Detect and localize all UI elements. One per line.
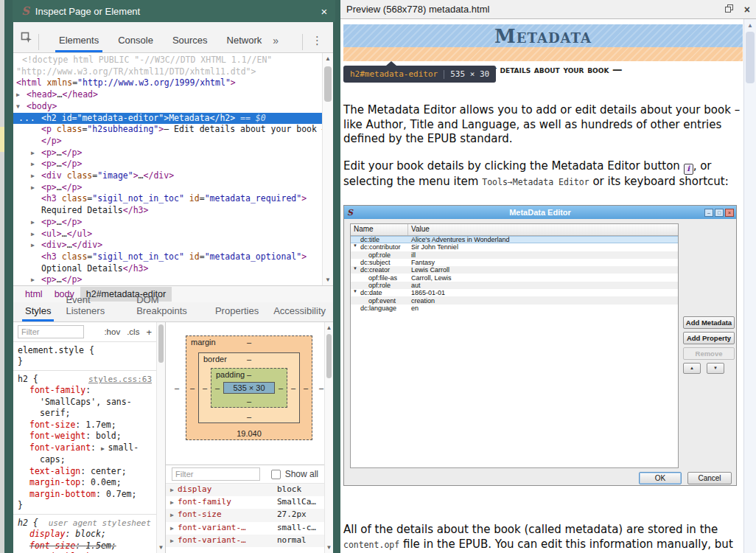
style-rule[interactable]: element.style {} xyxy=(13,342,156,371)
maximize-icon[interactable]: □ xyxy=(715,209,724,217)
disclosure-right-icon[interactable]: ▶ xyxy=(31,170,40,182)
styles-scrollbar[interactable]: ▼ xyxy=(156,322,165,553)
computed-property[interactable]: ▶font-variant-…small-c… xyxy=(166,522,324,535)
metadata-row[interactable]: opf:roleaut xyxy=(351,282,678,289)
scroll-down-icon[interactable]: ▼ xyxy=(325,544,333,551)
close-icon[interactable]: × xyxy=(725,209,734,217)
hov-toggle[interactable]: :hov xyxy=(104,327,120,336)
tab-dom-breakpoints[interactable]: DOM Breakpoints xyxy=(129,294,208,321)
disclosure-down-icon[interactable]: ▼ xyxy=(353,289,357,293)
remove-button[interactable]: Remove xyxy=(683,347,735,360)
close-icon[interactable]: × xyxy=(744,4,750,15)
disclosure-down-icon[interactable]: ▼ xyxy=(353,243,357,248)
dom-tree-line[interactable]: "http://www.w3.org/TR/xhtml11/DTD/xhtml1… xyxy=(13,66,322,78)
tab-elements[interactable]: Elements xyxy=(49,35,108,52)
dom-tree-line[interactable]: ▶<head>…</head> xyxy=(13,89,322,101)
disclosure-right-icon[interactable]: ▶ xyxy=(170,522,178,535)
computed-property[interactable]: ▶font-variant-…normal xyxy=(166,535,324,547)
dom-tree-line[interactable]: ▶<p>…</p> xyxy=(13,182,322,194)
disclosure-right-icon[interactable]: ▶ xyxy=(31,229,40,240)
dom-tree-line[interactable]: Optional Details</h3> xyxy=(13,263,322,275)
scrollbar-thumb[interactable] xyxy=(326,334,332,378)
metadata-row[interactable]: dc:subjectFantasy xyxy=(351,259,678,266)
disclosure-right-icon[interactable]: ▶ xyxy=(16,89,25,101)
dom-tree-line[interactable]: <html xmlns="http://www.w3.org/1999/xhtm… xyxy=(13,77,322,89)
css-property[interactable]: display: block; xyxy=(18,529,152,540)
css-property[interactable]: font-family: 'SmallCaps', sans-serif; xyxy=(18,385,152,420)
style-rule[interactable]: h2 {user agent stylesheetdisplay: block;… xyxy=(13,515,156,553)
dom-tree-line[interactable]: <h3 class="sigil_not_in_toc" id="metadat… xyxy=(13,251,322,263)
disclosure-right-icon[interactable]: ▶ xyxy=(31,274,40,285)
dom-tree-line[interactable]: ▶<ul>…</ul> xyxy=(13,229,322,240)
disclosure-right-icon[interactable]: ▶ xyxy=(31,159,40,170)
new-rule-icon[interactable]: + xyxy=(146,327,152,338)
disclosure-right-icon[interactable]: ▶ xyxy=(31,147,40,159)
node-menu-dots[interactable]: ... xyxy=(18,113,36,125)
scroll-up-icon[interactable]: ▲ xyxy=(744,22,756,29)
move-up-button[interactable]: ▲ xyxy=(683,363,701,374)
dom-tree-line[interactable]: <h3 class="sigil_not_in_toc" id="metadat… xyxy=(13,193,322,205)
metadata-row[interactable]: dc:titleAlice's Adventures in Wonderland xyxy=(351,236,678,243)
css-property[interactable]: font-size: 1.7em; xyxy=(18,420,152,431)
scroll-up-icon[interactable]: ▲ xyxy=(323,55,333,62)
style-rule[interactable]: h2 {styles.css:63font-family: 'SmallCaps… xyxy=(13,371,156,515)
dom-tree-line[interactable]: ▶<p>…</p> xyxy=(13,274,322,285)
metadata-row[interactable]: opf:file-asCarroll, Lewis xyxy=(351,274,678,281)
css-property[interactable]: text-align: center; xyxy=(18,466,152,478)
move-down-button[interactable]: ▼ xyxy=(707,363,724,374)
column-header-value[interactable]: Value xyxy=(408,224,678,235)
box-model-diagram[interactable]: margin – – – 19.040 – – border – – – – p… xyxy=(186,335,312,440)
tab-properties[interactable]: Properties xyxy=(208,305,266,321)
dom-tree-line[interactable]: ▶<p>…</p> xyxy=(13,217,322,229)
metadata-row[interactable]: ▼dc:date1865-01-01 xyxy=(351,289,678,296)
tab-console[interactable]: Console xyxy=(108,35,163,52)
dom-tree-line[interactable]: ▶<p>…</p> xyxy=(13,147,322,159)
scrollbar-thumb[interactable] xyxy=(158,324,164,363)
disclosure-right-icon[interactable]: ▶ xyxy=(31,182,40,194)
scrollbar-thumb[interactable] xyxy=(746,32,755,83)
cls-toggle[interactable]: .cls xyxy=(127,327,139,336)
show-all-checkbox[interactable] xyxy=(271,470,281,479)
breadcrumb-item[interactable]: html xyxy=(19,287,49,302)
dom-tree-line[interactable]: ▶<div class="image">…</div> xyxy=(13,170,322,182)
computed-property[interactable]: ▶font-size27.2px xyxy=(166,509,324,521)
metadata-row[interactable]: dc:languageen xyxy=(351,305,678,312)
metadata-row[interactable]: opf:roleill xyxy=(351,251,678,259)
css-property[interactable]: margin-top: 0.0em; xyxy=(18,477,152,489)
float-dock-icon[interactable] xyxy=(724,4,734,15)
computed-property[interactable]: ▶font-familySmallCa… xyxy=(166,496,324,509)
dom-tree-line[interactable]: ▶<div>…</div> xyxy=(13,240,322,251)
scroll-down-icon[interactable]: ▼ xyxy=(157,544,165,551)
dom-tree-line[interactable]: </p> xyxy=(13,136,322,147)
scroll-down-icon[interactable]: ▼ xyxy=(323,276,333,283)
ok-button[interactable]: OK xyxy=(639,472,682,484)
dom-tree-line[interactable]: ▼<body> xyxy=(13,101,322,113)
scrollbar-thumb[interactable] xyxy=(324,66,332,102)
column-header-name[interactable]: Name xyxy=(351,224,408,235)
computed-scrollbar[interactable]: ▲ ▼ xyxy=(324,322,333,553)
metadata-row[interactable]: ▼dc:creatorLewis Carroll xyxy=(351,266,678,274)
disclosure-right-icon[interactable]: ▶ xyxy=(101,445,108,452)
stylesheet-link[interactable]: styles.css:63 xyxy=(88,374,152,385)
css-property[interactable]: margin-bottom: 0.7em; xyxy=(18,489,152,501)
tab-sources[interactable]: Sources xyxy=(163,35,217,52)
dom-tree-line[interactable]: <!doctype html PUBLIC "-//W3C//DTD XHTML… xyxy=(13,55,322,66)
tab-styles[interactable]: Styles xyxy=(18,305,58,321)
dom-tree-line[interactable]: ...<h2 id="metadata-editor">Metadata</h2… xyxy=(13,113,322,125)
more-tabs-icon[interactable]: » xyxy=(271,35,286,52)
dom-tree-scrollbar[interactable]: ▲ ▼ xyxy=(322,53,333,285)
disclosure-down-icon[interactable]: ▼ xyxy=(16,101,25,113)
styles-filter-input[interactable] xyxy=(18,325,84,338)
tab-event-listeners[interactable]: Event Listeners xyxy=(58,294,129,321)
minimize-icon[interactable]: – xyxy=(704,209,713,217)
dom-tree-line[interactable]: <p class="h2subheading">— Edit details a… xyxy=(13,124,322,136)
add-property-button[interactable]: Add Property xyxy=(683,332,735,344)
css-property[interactable]: font-size: 1.5em; xyxy=(18,540,152,552)
cancel-button[interactable]: Cancel xyxy=(687,472,732,484)
scroll-up-icon[interactable]: ▲ xyxy=(325,324,333,331)
computed-property[interactable]: ▶displayblock xyxy=(166,484,324,496)
computed-filter-input[interactable] xyxy=(172,467,260,481)
disclosure-right-icon[interactable]: ▶ xyxy=(170,484,178,496)
kebab-menu-icon[interactable]: ⋮ xyxy=(307,34,333,52)
disclosure-right-icon[interactable]: ▶ xyxy=(170,509,178,521)
